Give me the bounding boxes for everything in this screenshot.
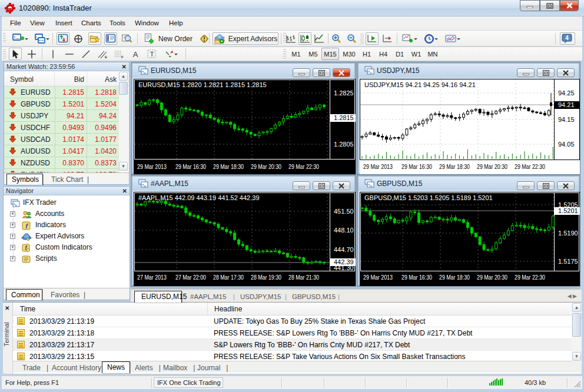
svg-text:94.05: 94.05 xyxy=(558,141,575,148)
svg-text:441.30: 441.30 xyxy=(334,264,354,271)
svg-text:1.5175: 1.5175 xyxy=(558,258,578,265)
svg-text:94.21: 94.21 xyxy=(558,101,575,108)
svg-text:448.10: 448.10 xyxy=(334,227,354,234)
svg-text:29 Mar 18:30: 29 Mar 18:30 xyxy=(213,163,244,170)
svg-text:29 Mar 2013: 29 Mar 2013 xyxy=(137,163,167,170)
svg-text:29 Mar 2013: 29 Mar 2013 xyxy=(363,163,393,170)
svg-text:28 Mar 17:30: 28 Mar 17:30 xyxy=(213,274,244,281)
svg-text:1.2805: 1.2805 xyxy=(334,141,354,148)
svg-text:1.5201: 1.5201 xyxy=(558,207,578,214)
svg-text:27 Mar 2013: 27 Mar 2013 xyxy=(137,274,167,281)
svg-text:29 Mar 18:30: 29 Mar 18:30 xyxy=(439,163,470,170)
svg-text:29 Mar 22:30: 29 Mar 22:30 xyxy=(515,274,545,281)
svg-text:444.70: 444.70 xyxy=(334,246,354,253)
svg-text:F: F xyxy=(121,55,124,59)
svg-text:451.50: 451.50 xyxy=(334,208,354,215)
svg-text:29 Mar 20:30: 29 Mar 20:30 xyxy=(251,163,281,170)
svg-text:#AAPL,M15 442.09 443.19 441.5: #AAPL,M15 442.09 443.19 441.52 442.39 xyxy=(138,194,260,201)
svg-text:29 Mar 16:30: 29 Mar 16:30 xyxy=(175,163,206,170)
svg-text:29 Mar 22:30: 29 Mar 22:30 xyxy=(288,163,319,170)
svg-text:27 Mar 22:00: 27 Mar 22:00 xyxy=(175,274,206,281)
svg-text:1.2825: 1.2825 xyxy=(334,89,354,97)
svg-text:29 Mar 22:30: 29 Mar 22:30 xyxy=(515,163,545,170)
svg-text:29 Mar 18:30: 29 Mar 18:30 xyxy=(439,274,470,281)
svg-text:E: E xyxy=(105,55,107,59)
svg-text:28 Mar 19:30: 28 Mar 19:30 xyxy=(251,274,281,281)
svg-text:1.5190: 1.5190 xyxy=(558,230,578,237)
svg-text:29 Mar 16:30: 29 Mar 16:30 xyxy=(402,274,432,281)
svg-text:94.25: 94.25 xyxy=(558,89,575,97)
svg-text:29 Mar 20:30: 29 Mar 20:30 xyxy=(477,274,507,281)
svg-text:29 Mar 2013: 29 Mar 2013 xyxy=(363,274,393,281)
svg-text:29 Mar 20:30: 29 Mar 20:30 xyxy=(477,163,507,170)
svg-text:T: T xyxy=(150,51,154,58)
svg-text:1.2815: 1.2815 xyxy=(334,114,354,121)
svg-text:4: 4 xyxy=(565,34,569,41)
svg-text:USDJPY,M15 94.21 94.25 94.16: USDJPY,M15 94.21 94.25 94.16 94.21 xyxy=(364,81,476,88)
svg-text:29 Mar 16:30: 29 Mar 16:30 xyxy=(402,163,432,170)
svg-text:GBPUSD,M15 1.5203 1.5205 1.51: GBPUSD,M15 1.5203 1.5205 1.5189 1.5201 xyxy=(364,194,493,201)
svg-text:94.15: 94.15 xyxy=(558,116,575,123)
svg-text:EURUSD,M15 1.2820 1.2821 1.28: EURUSD,M15 1.2820 1.2821 1.2815 1.2815 xyxy=(138,81,267,88)
svg-text:A: A xyxy=(133,50,138,59)
svg-text:28 Mar 21:30: 28 Mar 21:30 xyxy=(288,274,319,281)
